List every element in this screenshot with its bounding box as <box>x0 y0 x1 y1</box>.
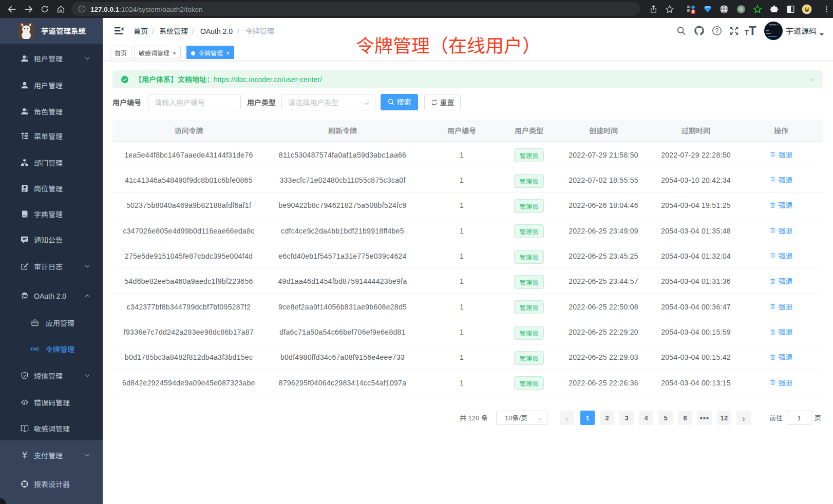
svg-text:?: ? <box>715 27 719 34</box>
svg-text:9: 9 <box>692 9 694 14</box>
